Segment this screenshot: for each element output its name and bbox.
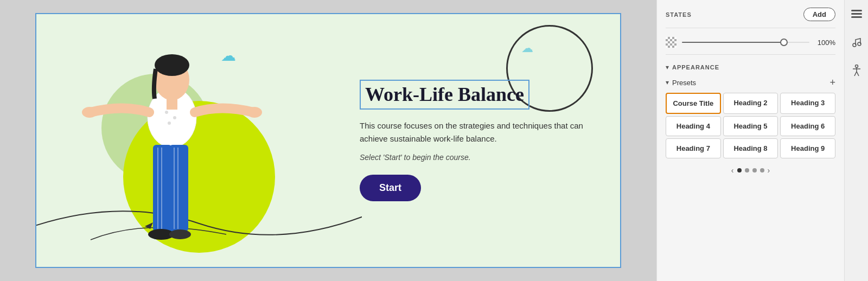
svg-point-15 [169, 229, 191, 239]
appearance-label: APPEARANCE [672, 64, 719, 71]
pagination-next[interactable]: › [768, 166, 770, 175]
slide-instruction: Select 'Start' to begin the course. [360, 153, 588, 162]
preset-heading-4[interactable]: Heading 4 [666, 116, 721, 136]
svg-rect-18 [851, 13, 862, 15]
presets-grid: Course Title Heading 2 Heading 3 Heading… [666, 93, 835, 158]
presets-chevron-icon[interactable]: ▾ [666, 79, 669, 86]
page-dot-2[interactable] [745, 168, 749, 173]
svg-line-26 [854, 72, 857, 76]
opacity-slider[interactable] [682, 42, 809, 43]
svg-line-27 [857, 72, 859, 76]
pagination-prev[interactable]: ‹ [731, 166, 734, 175]
person-illustration [58, 28, 286, 267]
right-panel: STATES Add 100% ▾ APPEARANCE ▾ Presets + [656, 0, 868, 281]
start-button[interactable]: Start [360, 175, 421, 201]
opacity-value: 100% [815, 39, 835, 47]
appearance-section: ▾ APPEARANCE [666, 63, 835, 71]
slide-description: This course focuses on the strategies an… [360, 119, 588, 145]
svg-point-23 [855, 65, 858, 68]
svg-point-7 [247, 107, 262, 118]
pagination-row: ‹ › [666, 166, 835, 175]
page-dot-1[interactable] [737, 168, 742, 173]
preset-course-title[interactable]: Course Title [666, 93, 721, 114]
svg-rect-19 [851, 16, 862, 18]
states-label: STATES [666, 11, 692, 18]
presets-header: ▾ Presets + [666, 78, 835, 87]
states-icon[interactable] [849, 7, 864, 22]
preset-heading-7[interactable]: Heading 7 [666, 138, 721, 158]
cloud-2: ☁ [521, 41, 533, 55]
icons-strip [844, 0, 868, 281]
page-dot-4[interactable] [760, 168, 764, 173]
opacity-icon [666, 37, 676, 48]
slide-title: Work-Life Balance [360, 80, 529, 110]
svg-rect-16 [167, 99, 177, 110]
music-icon[interactable] [849, 35, 864, 50]
presets-left: ▾ Presets [666, 79, 696, 87]
svg-point-2 [173, 116, 176, 119]
svg-rect-17 [851, 10, 862, 11]
preset-heading-9[interactable]: Heading 9 [780, 138, 835, 158]
add-state-button[interactable]: Add [803, 8, 835, 21]
appearance-chevron-icon[interactable]: ▾ [666, 63, 669, 71]
opacity-row: 100% [666, 37, 835, 55]
panel-content: STATES Add 100% ▾ APPEARANCE ▾ Presets + [657, 0, 844, 281]
svg-point-3 [168, 122, 171, 125]
svg-rect-9 [169, 145, 188, 232]
canvas-area: ☁ ☁ [0, 0, 656, 281]
slide-content: Work-Life Balance This course focuses on… [360, 80, 588, 201]
svg-rect-8 [153, 145, 172, 232]
presets-label: Presets [672, 79, 696, 87]
page-dot-3[interactable] [752, 168, 757, 173]
svg-point-6 [82, 107, 97, 118]
accessibility-icon[interactable] [849, 63, 864, 78]
svg-point-5 [155, 54, 189, 76]
preset-heading-2[interactable]: Heading 2 [723, 93, 778, 114]
preset-heading-8[interactable]: Heading 8 [723, 138, 778, 158]
preset-heading-3[interactable]: Heading 3 [780, 93, 835, 114]
presets-add-button[interactable]: + [829, 78, 835, 87]
states-section: STATES Add [666, 8, 835, 28]
svg-point-1 [165, 111, 168, 114]
opacity-handle[interactable] [780, 39, 788, 46]
preset-heading-5[interactable]: Heading 5 [723, 116, 778, 136]
preset-heading-6[interactable]: Heading 6 [780, 116, 835, 136]
slide-container: ☁ ☁ [35, 13, 621, 268]
